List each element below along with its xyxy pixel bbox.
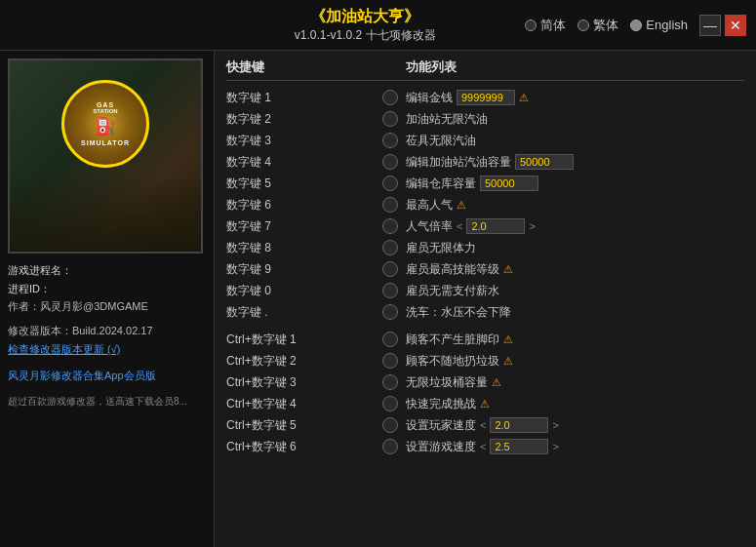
value-box-16: 2.0 bbox=[490, 417, 548, 433]
hotkey-key-15: Ctrl+数字键 4 bbox=[226, 396, 382, 412]
lang-english-radio[interactable] bbox=[630, 20, 642, 31]
hotkey-func-text-12: 顾客不产生脏脚印 bbox=[406, 332, 499, 348]
hotkey-row-9: 数字键 0雇员无需支付薪水 bbox=[226, 280, 744, 301]
info-icon-15[interactable]: ⚠ bbox=[480, 398, 490, 410]
hotkey-toggle-8[interactable] bbox=[382, 261, 398, 277]
arrow-left-6[interactable]: < bbox=[457, 220, 462, 232]
hotkey-toggle-5[interactable] bbox=[382, 197, 398, 213]
lang-english[interactable]: English bbox=[630, 18, 688, 32]
hotkey-func-2: 莅具无限汽油 bbox=[406, 133, 744, 149]
hotkey-row-3: 数字键 4编辑加油站汽油容量50000 bbox=[226, 151, 744, 173]
hotkey-func-16: 设置玩家速度<2.0> bbox=[406, 417, 744, 434]
hotkey-func-text-4: 编辑仓库容量 bbox=[406, 176, 476, 192]
title-bar: 《加油站大亨》 v1.0.1-v1.0.2 十七项修改器 简体 繁体 Engli… bbox=[0, 0, 756, 51]
author-line: 作者：风灵月影@3DMGAME bbox=[8, 297, 206, 316]
hotkey-row-17: Ctrl+数字键 6设置游戏速度<2.5> bbox=[226, 436, 744, 457]
hotkey-toggle-15[interactable] bbox=[382, 396, 398, 411]
hotkey-toggle-6[interactable] bbox=[382, 218, 398, 234]
hotkey-func-text-13: 顾客不随地扔垃圾 bbox=[406, 353, 499, 370]
hotkey-row-15: Ctrl+数字键 4快速完成挑战⚠ bbox=[226, 393, 744, 414]
panel-headers: 快捷键 功能列表 bbox=[226, 59, 744, 81]
info-icon-5[interactable]: ⚠ bbox=[457, 199, 466, 212]
arrow-left-17[interactable]: < bbox=[480, 441, 486, 452]
hotkey-func-text-0: 编辑金钱 bbox=[406, 90, 453, 106]
hotkey-func-12: 顾客不产生脏脚印⚠ bbox=[406, 332, 744, 348]
info-icon-8[interactable]: ⚠ bbox=[503, 263, 513, 276]
hotkey-row-4: 数字键 5编辑仓库容量50000 bbox=[226, 173, 744, 194]
hotkey-row-13: Ctrl+数字键 2顾客不随地扔垃圾⚠ bbox=[226, 350, 744, 371]
minimize-button[interactable]: — bbox=[699, 15, 721, 36]
hotkey-key-10: 数字键 . bbox=[226, 304, 382, 321]
arrow-left-16[interactable]: < bbox=[480, 419, 486, 431]
app-link[interactable]: 风灵月影修改器合集App会员版 bbox=[8, 366, 206, 383]
hotkey-key-13: Ctrl+数字键 2 bbox=[226, 353, 382, 370]
hotkey-toggle-3[interactable] bbox=[382, 154, 398, 170]
title-center: 《加油站大亨》 v1.0.1-v1.0.2 十七项修改器 bbox=[205, 7, 525, 44]
hotkey-func-text-9: 雇员无需支付薪水 bbox=[406, 283, 499, 299]
hotkey-func-text-1: 加油站无限汽油 bbox=[406, 111, 488, 128]
hotkey-toggle-10[interactable] bbox=[382, 304, 398, 320]
value-box-17: 2.5 bbox=[490, 439, 548, 454]
hotkey-func-text-14: 无限垃圾桶容量 bbox=[406, 374, 488, 391]
arrow-right-17[interactable]: > bbox=[552, 441, 558, 452]
version-line: 修改器版本：Build.2024.02.17 bbox=[8, 322, 206, 340]
hotkey-key-16: Ctrl+数字键 5 bbox=[226, 417, 382, 434]
hotkey-toggle-2[interactable] bbox=[382, 133, 398, 148]
value-box-3: 50000 bbox=[515, 154, 574, 170]
lang-simplified-radio[interactable] bbox=[525, 20, 537, 31]
hotkey-key-17: Ctrl+数字键 6 bbox=[226, 439, 382, 455]
hotkey-func-5: 最高人气⚠ bbox=[406, 197, 744, 214]
hotkey-toggle-4[interactable] bbox=[382, 176, 398, 191]
hotkey-func-8: 雇员最高技能等级⚠ bbox=[406, 261, 744, 278]
hotkey-key-3: 数字键 4 bbox=[226, 154, 382, 171]
hotkey-row-5: 数字键 6最高人气⚠ bbox=[226, 194, 744, 215]
hotkey-toggle-16[interactable] bbox=[382, 417, 398, 433]
hotkey-toggle-14[interactable] bbox=[382, 374, 398, 390]
hotkey-key-0: 数字键 1 bbox=[226, 90, 382, 106]
hotkey-func-13: 顾客不随地扔垃圾⚠ bbox=[406, 353, 744, 370]
header-func: 功能列表 bbox=[406, 59, 744, 76]
info-icon-0[interactable]: ⚠ bbox=[519, 92, 529, 104]
check-update-link[interactable]: 检查修改器版本更新 (√) bbox=[8, 340, 206, 359]
close-button[interactable]: ✕ bbox=[725, 15, 746, 36]
info-icon-13[interactable]: ⚠ bbox=[503, 355, 513, 368]
hotkey-func-9: 雇员无需支付薪水 bbox=[406, 283, 744, 299]
hotkey-toggle-12[interactable] bbox=[382, 332, 398, 347]
left-panel: GAS STATION ⛽ SIMULATOR 游戏进程名： 进程ID： 作者：… bbox=[0, 51, 215, 547]
lang-traditional[interactable]: 繁体 bbox=[577, 17, 618, 34]
hotkey-key-4: 数字键 5 bbox=[226, 176, 382, 192]
hotkey-row-0: 数字键 1编辑金钱9999999⚠ bbox=[226, 87, 744, 108]
hotkey-toggle-13[interactable] bbox=[382, 353, 398, 369]
hotkey-key-7: 数字键 8 bbox=[226, 240, 382, 256]
hotkey-func-text-8: 雇员最高技能等级 bbox=[406, 261, 499, 278]
value-box-0: 9999999 bbox=[457, 90, 515, 105]
hotkey-key-12: Ctrl+数字键 1 bbox=[226, 332, 382, 348]
hotkey-list: 数字键 1编辑金钱9999999⚠数字键 2加油站无限汽油数字键 3莅具无限汽油… bbox=[226, 87, 744, 457]
title-sub: v1.0.1-v1.0.2 十七项修改器 bbox=[205, 27, 525, 44]
title-main: 《加油站大亨》 bbox=[205, 7, 525, 27]
info-icon-14[interactable]: ⚠ bbox=[492, 376, 501, 389]
header-key: 快捷键 bbox=[226, 59, 382, 76]
hotkey-row-12: Ctrl+数字键 1顾客不产生脏脚印⚠ bbox=[226, 329, 744, 350]
right-panel: 快捷键 功能列表 数字键 1编辑金钱9999999⚠数字键 2加油站无限汽油数字… bbox=[215, 51, 756, 547]
info-section: 游戏进程名： 进程ID： 作者：风灵月影@3DMGAME 修改器版本：Build… bbox=[8, 261, 206, 358]
hotkey-key-14: Ctrl+数字键 3 bbox=[226, 374, 382, 391]
process-id-line: 进程ID： bbox=[8, 280, 206, 298]
arrow-right-6[interactable]: > bbox=[529, 220, 535, 232]
hotkey-row-7: 数字键 8雇员无限体力 bbox=[226, 237, 744, 258]
hotkey-func-7: 雇员无限体力 bbox=[406, 240, 744, 256]
hotkey-toggle-9[interactable] bbox=[382, 283, 398, 298]
lang-traditional-radio[interactable] bbox=[577, 20, 589, 31]
arrow-right-16[interactable]: > bbox=[552, 419, 558, 431]
lang-simplified[interactable]: 简体 bbox=[525, 17, 566, 34]
hotkey-toggle-1[interactable] bbox=[382, 111, 398, 127]
hotkey-toggle-7[interactable] bbox=[382, 240, 398, 255]
small-text: 超过百款游戏修改器，送高速下载会员8... bbox=[8, 391, 206, 409]
info-icon-12[interactable]: ⚠ bbox=[503, 333, 513, 346]
hotkey-toggle-17[interactable] bbox=[382, 439, 398, 454]
main-content: GAS STATION ⛽ SIMULATOR 游戏进程名： 进程ID： 作者：… bbox=[0, 51, 756, 547]
hotkey-key-1: 数字键 2 bbox=[226, 111, 382, 128]
hotkey-key-5: 数字键 6 bbox=[226, 197, 382, 214]
hotkey-toggle-0[interactable] bbox=[382, 90, 398, 105]
hotkey-func-text-5: 最高人气 bbox=[406, 197, 453, 214]
